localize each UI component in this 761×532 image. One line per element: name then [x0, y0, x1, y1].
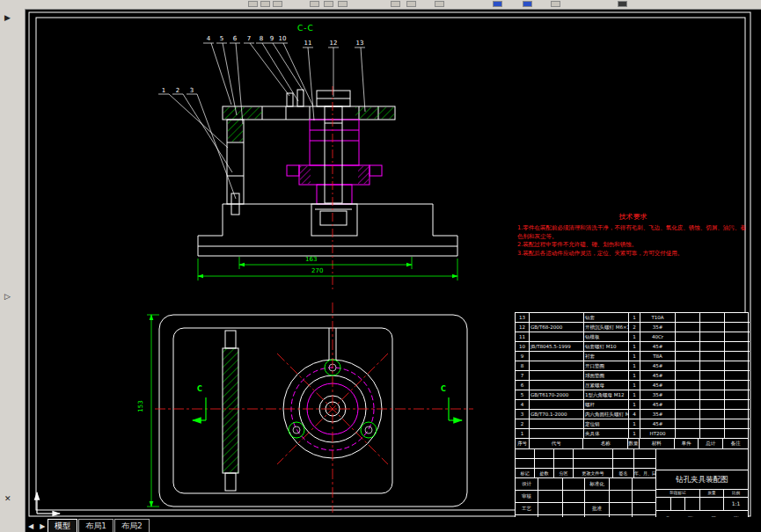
tb-label-stage: 阶段标记 [656, 490, 699, 498]
bom-cell-weight-total [700, 352, 725, 361]
bom-cell-no: 6 [516, 381, 530, 390]
toolbar-button[interactable] [551, 1, 560, 7]
bom-row: 9 衬套 1 T8A [516, 351, 750, 361]
bom-row: 1 夹具体 1 HT200 [516, 428, 750, 438]
bom-cell-weight-total [700, 371, 725, 380]
bom-cell-qty: 1 [629, 361, 640, 370]
bom-cell-code [530, 429, 584, 438]
toolbar-button[interactable] [523, 1, 532, 7]
bom-row: 5 GB/T6170-2000 1型六角螺母 M12 1 35# [516, 390, 750, 399]
bom-cell-name: 内六角圆柱头螺钉 M8×25 [584, 410, 629, 419]
dimension-163: 163 [305, 256, 317, 263]
tab-layout1[interactable]: 布局1 [78, 519, 113, 532]
toolbar-button[interactable] [248, 1, 258, 7]
bom-row: 11 钻模板 1 40Cr [516, 332, 750, 341]
bom-cell-weight-each [676, 381, 700, 390]
bom-cell-qty: 1 [629, 390, 640, 399]
bom-cell-material: 45# [640, 371, 676, 380]
bom-cell-qty: 1 [629, 342, 640, 351]
bom-cell-no: 7 [516, 371, 530, 380]
bom-cell-weight-total [700, 419, 725, 428]
bom-cell-remark [725, 313, 750, 322]
toolbar-button[interactable] [435, 1, 444, 7]
bom-cell-weight-each [676, 313, 700, 322]
bom-cell-no: 12 [516, 323, 530, 332]
toolbar-button[interactable] [310, 1, 319, 7]
bom-cell-remark [725, 332, 750, 341]
bom-cell-name: 钻套螺钉 M10 [584, 342, 629, 351]
plan-view [147, 302, 473, 513]
bom-cell-code [530, 419, 584, 428]
dimension-270: 270 [311, 267, 323, 274]
toolbar-button[interactable] [324, 1, 333, 7]
toolbar-button[interactable] [391, 1, 400, 7]
bom-table: 13 钻套 1 T10A 12 GB/T68-2000 开槽沉头螺钉 M6×16… [515, 312, 749, 450]
bom-cell-remark [725, 323, 750, 332]
bom-cell-material: 45# [640, 361, 676, 370]
bom-row: 3 GB/T70.1-2000 内六角圆柱头螺钉 M8×25 4 35# [516, 409, 750, 419]
bom-cell-no: 4 [516, 400, 530, 409]
bom-cell-weight-each [676, 419, 700, 428]
part-callout-7: 7 [243, 35, 255, 42]
bom-cell-no: 10 [516, 342, 530, 351]
part-callout-6: 6 [229, 35, 241, 42]
bom-cell-code [530, 352, 584, 361]
toolbar-button[interactable] [493, 1, 502, 7]
toolbar-button[interactable] [338, 1, 348, 7]
bom-cell-name: 球面垫圈 [584, 371, 629, 380]
section-view-label: C-C [297, 24, 314, 33]
bom-cell-name: 衬套 [584, 352, 629, 361]
bom-cell-material: T10A [640, 313, 676, 322]
tb-label-check: 审核 [516, 491, 538, 503]
bom-cell-code: JB/T8045.5-1999 [530, 342, 584, 351]
part-callout-11: 11 [302, 40, 314, 47]
tab-nav-forward-icon[interactable]: ▶ [36, 522, 48, 532]
bom-row: 7 球面垫圈 1 45# [516, 370, 750, 380]
bom-row: 2 定位销 1 45# [516, 419, 750, 428]
bom-cell-qty: 1 [629, 419, 640, 428]
bom-row: 12 GB/T68-2000 开槽沉头螺钉 M6×16 2 35# [516, 322, 750, 332]
section-mark-c-right: C [441, 385, 446, 393]
bom-cell-name: 1型六角螺母 M12 [584, 390, 629, 399]
toolbar-arrow-icon[interactable]: ▶ [4, 13, 11, 22]
title-block: 标记 处数 分区 更改文件号 签名 年、月、日 设计 标准化 审核 工艺 批准 [515, 448, 749, 528]
tab-nav-back-icon[interactable]: ◀ [25, 522, 36, 532]
toolbar-button[interactable] [260, 1, 270, 7]
tab-model[interactable]: 模型 [48, 519, 77, 532]
bom-cell-no: 13 [516, 313, 530, 322]
bom-cell-weight-each [676, 410, 700, 419]
part-callout-12: 12 [327, 40, 340, 47]
bom-cell-material: 35# [640, 390, 676, 399]
tb-scale-value: 1:1 [724, 498, 748, 509]
bom-row: 8 开口垫圈 1 45# [516, 361, 750, 370]
part-callout-4: 4 [202, 35, 215, 42]
bom-cell-qty: 1 [629, 429, 640, 438]
bom-cell-code [530, 371, 584, 380]
bom-cell-code: GB/T68-2000 [530, 323, 584, 332]
toolbar-button[interactable] [618, 1, 627, 7]
bom-cell-material: HT200 [640, 429, 676, 438]
toolbar-erase-icon[interactable]: ✕ [4, 494, 11, 503]
tb-label-standardize: 标准化 [585, 478, 610, 491]
bom-cell-name: 钻套 [584, 313, 629, 322]
bom-cell-material: 40Cr [640, 332, 676, 341]
toolbar-button[interactable] [273, 1, 282, 7]
bom-cell-weight-each [676, 400, 700, 409]
toolbar-button[interactable] [406, 1, 416, 7]
bom-cell-material: 45# [640, 419, 676, 428]
bom-cell-remark [725, 390, 750, 399]
bom-cell-qty: 1 [629, 352, 640, 361]
bom-cell-weight-total [700, 361, 725, 370]
part-callout-10: 10 [276, 35, 289, 42]
bom-cell-remark [725, 361, 750, 370]
bom-cell-name: 钻模板 [584, 332, 629, 341]
toolbar-pointer-icon[interactable]: ▷ [4, 292, 11, 301]
bom-cell-no: 1 [516, 429, 530, 438]
bom-cell-name: 开槽沉头螺钉 M6×16 [584, 323, 629, 332]
tab-layout2[interactable]: 布局2 [114, 519, 150, 532]
bom-cell-weight-total [700, 313, 725, 322]
bom-cell-code [530, 313, 584, 322]
tb-label-mark: 标记 [516, 469, 535, 478]
bom-cell-no: 8 [516, 361, 530, 370]
tb-label-zone: 分区 [554, 469, 574, 478]
